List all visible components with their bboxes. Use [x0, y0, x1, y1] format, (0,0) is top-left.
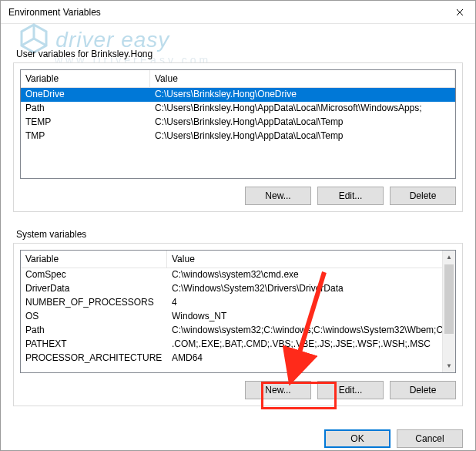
dialog-content: User variables for Brinksley.Hong Variab…: [1, 24, 475, 419]
user-vars-group: Variable Value OneDriveC:\Users\Brinksle…: [13, 62, 463, 212]
cell-value: C:\Users\Brinksley.Hong\AppData\Local\Te…: [150, 130, 455, 143]
cell-variable: OS: [21, 310, 167, 324]
cell-variable: DriverData: [21, 282, 167, 296]
cell-variable: NUMBER_OF_PROCESSORS: [21, 296, 167, 310]
cell-value: C:\Users\Brinksley.Hong\AppData\Local\Mi…: [150, 102, 455, 116]
cell-variable: TEMP: [21, 116, 150, 130]
sys-col-value[interactable]: Value: [167, 251, 455, 268]
cell-value: C:\Users\Brinksley.Hong\OneDrive: [150, 88, 455, 102]
sys-new-button[interactable]: New...: [245, 381, 311, 399]
window-title: Environment Variables: [8, 7, 444, 18]
table-row[interactable]: PathC:\Users\Brinksley.Hong\AppData\Loca…: [21, 102, 455, 116]
scroll-up-arrow-icon[interactable]: ▲: [443, 251, 455, 264]
cell-value: C:\Users\Brinksley.Hong\AppData\Local\Te…: [150, 116, 455, 130]
user-delete-button[interactable]: Delete: [390, 187, 456, 205]
sys-edit-button[interactable]: Edit...: [317, 381, 384, 399]
scroll-thumb[interactable]: [444, 264, 454, 334]
cell-value: Windows_NT: [167, 310, 442, 324]
table-row[interactable]: ComSpecC:\windows\system32\cmd.exe: [21, 268, 442, 282]
cell-variable: OneDrive: [21, 88, 150, 102]
table-row[interactable]: TEMPC:\Users\Brinksley.Hong\AppData\Loca…: [21, 116, 455, 130]
table-row[interactable]: PathC:\windows\system32;C:\windows;C:\wi…: [21, 324, 442, 338]
sys-delete-button[interactable]: Delete: [390, 381, 456, 399]
cell-variable: TMP: [21, 130, 150, 143]
user-col-variable[interactable]: Variable: [21, 70, 150, 87]
sys-vars-group: Variable Value ComSpecC:\windows\system3…: [13, 243, 463, 406]
user-vars-list[interactable]: Variable Value OneDriveC:\Users\Brinksle…: [20, 69, 456, 179]
cell-variable: PATHEXT: [21, 338, 167, 352]
close-icon: [456, 8, 464, 16]
cell-value: 4: [167, 296, 442, 310]
cancel-button[interactable]: Cancel: [397, 429, 463, 448]
table-row[interactable]: OneDriveC:\Users\Brinksley.Hong\OneDrive: [21, 88, 455, 102]
cell-variable: PROCESSOR_ARCHITECTURE: [21, 352, 167, 365]
cell-value: C:\windows\system32\cmd.exe: [167, 268, 442, 282]
sys-scrollbar[interactable]: ▲ ▼: [442, 251, 455, 372]
cell-variable: ComSpec: [21, 268, 167, 282]
cell-value: .COM;.EXE;.BAT;.CMD;.VBS;.VBE;.JS;.JSE;.…: [167, 338, 442, 352]
user-vars-label: User variables for Brinksley.Hong: [16, 49, 463, 59]
table-row[interactable]: PATHEXT.COM;.EXE;.BAT;.CMD;.VBS;.VBE;.JS…: [21, 338, 442, 352]
table-row[interactable]: DriverDataC:\Windows\System32\Drivers\Dr…: [21, 282, 442, 296]
sys-button-row: New... Edit... Delete: [20, 381, 456, 399]
titlebar: Environment Variables: [1, 1, 475, 24]
cell-value: AMD64: [167, 352, 442, 365]
table-row[interactable]: NUMBER_OF_PROCESSORS4: [21, 296, 442, 310]
ok-button[interactable]: OK: [324, 429, 391, 448]
table-row[interactable]: PROCESSOR_ARCHITECTUREAMD64: [21, 352, 442, 365]
sys-vars-label: System variables: [16, 229, 463, 240]
cell-value: C:\windows\system32;C:\windows;C:\window…: [167, 324, 442, 338]
cell-variable: Path: [21, 324, 167, 338]
user-list-header[interactable]: Variable Value: [21, 70, 455, 88]
sys-col-variable[interactable]: Variable: [21, 251, 167, 268]
user-col-value[interactable]: Value: [150, 70, 455, 87]
dialog-button-row: OK Cancel: [1, 419, 475, 448]
user-new-button[interactable]: New...: [245, 187, 311, 205]
cell-variable: Path: [21, 102, 150, 116]
close-button[interactable]: [444, 1, 475, 24]
sys-list-header[interactable]: Variable Value: [21, 251, 455, 268]
scroll-down-arrow-icon[interactable]: ▼: [443, 359, 455, 372]
user-button-row: New... Edit... Delete: [20, 187, 456, 205]
sys-vars-list[interactable]: Variable Value ComSpecC:\windows\system3…: [20, 250, 456, 373]
user-edit-button[interactable]: Edit...: [317, 187, 384, 205]
table-row[interactable]: TMPC:\Users\Brinksley.Hong\AppData\Local…: [21, 130, 455, 143]
table-row[interactable]: OSWindows_NT: [21, 310, 442, 324]
cell-value: C:\Windows\System32\Drivers\DriverData: [167, 282, 442, 296]
